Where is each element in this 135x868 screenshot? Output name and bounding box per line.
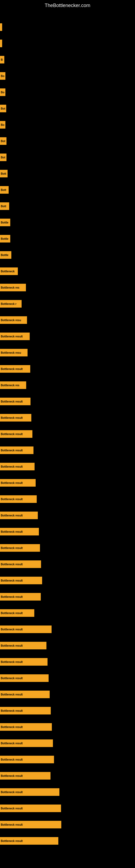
bottleneck-bar: Bottle	[0, 235, 10, 243]
site-title: TheBottlenecker.com	[0, 0, 135, 12]
bar-row: Bottleneck result	[0, 495, 37, 503]
bar-row: Bottleneck result	[0, 512, 38, 519]
bar-row: Bottleneck result	[0, 430, 32, 438]
bottleneck-bar: Bottleneck resu	[0, 316, 27, 324]
bottleneck-bar: Bottleneck result	[0, 414, 31, 422]
bar-row: Bottleneck result	[0, 333, 30, 340]
bar-row	[0, 40, 2, 47]
bottleneck-bar: Bottleneck result	[0, 691, 50, 698]
bar-row: Bottleneck result	[0, 805, 61, 812]
bottleneck-bar: Bottleneck result	[0, 365, 30, 373]
bottleneck-bar: Bo	[0, 72, 5, 80]
bar-row: Bottleneck result	[0, 707, 51, 714]
bar-row: Bot	[0, 154, 6, 161]
bar-row: Bottleneck result	[0, 788, 59, 796]
bottleneck-bar: Bottleneck res	[0, 284, 26, 291]
bar-row: Bottleneck res	[0, 381, 26, 389]
bottleneck-bar: Bottleneck result	[0, 544, 40, 552]
bar-row: Bottleneck res	[0, 284, 26, 291]
bar-row: Bottleneck result	[0, 821, 61, 828]
bar-row: Bottleneck result	[0, 560, 41, 568]
bottleneck-bar: Bo	[0, 88, 5, 96]
bottleneck-bar: Bottleneck result	[0, 805, 61, 812]
bottleneck-bar: Bottleneck result	[0, 512, 38, 519]
bottleneck-bar: Bottleneck result	[0, 642, 46, 649]
bar-row: Bott	[0, 170, 8, 177]
bar-row: Bottleneck result	[0, 479, 36, 487]
bottleneck-bar: Bott	[0, 186, 9, 194]
bar-row: Bot	[0, 105, 6, 112]
bottleneck-bar: Bot	[0, 137, 6, 145]
bottleneck-bar: Bo	[0, 121, 5, 129]
bar-row: Bottleneck result	[0, 772, 50, 780]
bar-row: Bottleneck result	[0, 674, 49, 682]
bottleneck-bar: Bottleneck result	[0, 560, 41, 568]
bar-row: Bottleneck result	[0, 593, 41, 600]
bar-row: Bottleneck result	[0, 577, 42, 584]
bar-row: B	[0, 56, 4, 63]
bar-row: Bott	[0, 203, 9, 210]
bar-row: Bottleneck result	[0, 723, 52, 731]
bar-row: Bottleneck result	[0, 739, 53, 747]
bottleneck-bar: Bottleneck result	[0, 593, 41, 600]
bottleneck-bar: Bot	[0, 154, 6, 161]
bar-row: Bottleneck result	[0, 691, 50, 698]
bar-row: Bottleneck result	[0, 544, 40, 552]
bottleneck-bar: Bottleneck result	[0, 479, 36, 487]
bar-row: Bottleneck result	[0, 528, 39, 535]
bar-row: Bottleneck result	[0, 658, 48, 665]
bottleneck-bar: Bottleneck result	[0, 674, 49, 682]
bottleneck-bar: Bottleneck result	[0, 658, 48, 665]
bottleneck-bar	[0, 23, 2, 31]
bar-row: Bottleneck result	[0, 414, 31, 422]
bottleneck-bar: Bottleneck result	[0, 837, 58, 845]
bar-row: Bottle	[0, 219, 10, 226]
bar-row: Bot	[0, 137, 6, 145]
bar-row	[0, 23, 2, 31]
bar-row: Bottleneck result	[0, 642, 46, 649]
bar-row: Bo	[0, 88, 5, 96]
bar-row: Bottleneck resu	[0, 349, 28, 356]
bottleneck-bar: Bottleneck result	[0, 788, 59, 796]
bottleneck-bar: Bottleneck res	[0, 381, 26, 389]
bottleneck-bar: Bottleneck result	[0, 463, 35, 470]
bar-row: Bottleneck result	[0, 609, 34, 617]
bar-row: Bottleneck result	[0, 837, 58, 845]
bottleneck-bar: Bottleneck	[0, 268, 18, 275]
bottleneck-bar: Bottleneck result	[0, 577, 42, 584]
bottleneck-bar: Bottleneck result	[0, 756, 54, 763]
bar-row: Bo	[0, 72, 5, 80]
bottleneck-bar: Bottleneck result	[0, 772, 50, 780]
bottleneck-bar: Bottleneck result	[0, 446, 34, 454]
bottleneck-bar: B	[0, 56, 4, 63]
bottleneck-bar: Bott	[0, 170, 8, 177]
bottleneck-bar: Bottle	[0, 251, 11, 259]
bottleneck-bar: Bot	[0, 105, 6, 112]
bottleneck-bar: Bottleneck result	[0, 739, 53, 747]
bar-row: Bottle	[0, 251, 11, 259]
bar-row: Bottleneck	[0, 268, 18, 275]
bottleneck-bar: Bottleneck result	[0, 333, 30, 340]
bar-row: Bottleneck result	[0, 365, 30, 373]
bottleneck-bar: Bottleneck result	[0, 609, 34, 617]
bottleneck-bar: Bott	[0, 203, 9, 210]
bar-row: Bo	[0, 121, 5, 129]
bar-row: Bottle	[0, 235, 10, 243]
bottleneck-bar: Bottleneck resu	[0, 349, 28, 356]
bottleneck-bar: Bottleneck result	[0, 707, 51, 714]
bottleneck-bar: Bottle	[0, 219, 10, 226]
bar-row: Bottleneck result	[0, 398, 31, 405]
bar-row: Bottleneck result	[0, 625, 52, 633]
bottleneck-bar: Bottleneck r	[0, 300, 21, 308]
bottleneck-bar: Bottleneck result	[0, 625, 52, 633]
bar-row: Bottleneck resu	[0, 316, 27, 324]
bar-row: Bottleneck result	[0, 756, 54, 763]
bar-row: Bottleneck result	[0, 446, 34, 454]
bar-row: Bottleneck result	[0, 463, 35, 470]
bottleneck-bar: Bottleneck result	[0, 723, 52, 731]
bar-row: Bott	[0, 186, 9, 194]
bottleneck-bar: Bottleneck result	[0, 398, 31, 405]
bottleneck-bar: Bottleneck result	[0, 430, 32, 438]
bottleneck-bar: Bottleneck result	[0, 821, 61, 828]
bottleneck-bar: Bottleneck result	[0, 495, 37, 503]
